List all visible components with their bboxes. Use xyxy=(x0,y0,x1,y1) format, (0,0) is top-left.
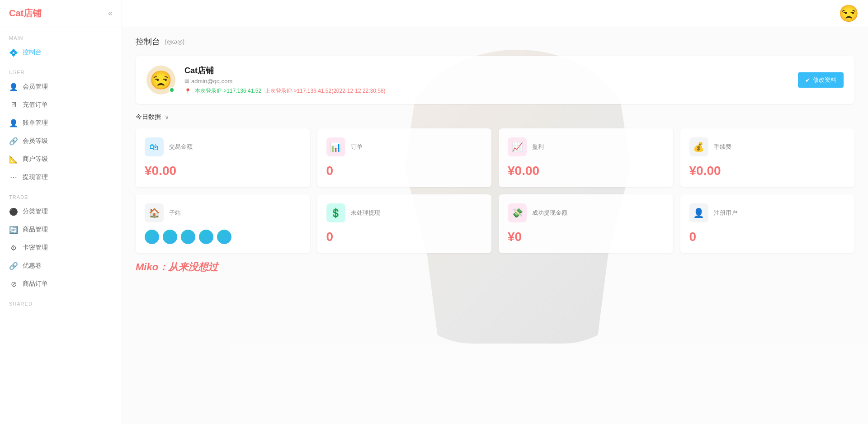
sidebar-item-goods-order[interactable]: ⊘ 商品订单 xyxy=(0,275,122,293)
sidebar-item-member-level[interactable]: 🔗 会员等级 xyxy=(0,132,122,150)
sidebar-item-label-withdraw-manage: 提现管理 xyxy=(23,173,48,181)
registered-users-icon: 👤 xyxy=(689,203,708,222)
sidebar-section-main: MAIN xyxy=(0,27,122,43)
sidebar-item-label-dashboard: 控制台 xyxy=(23,48,42,57)
pending-withdraw-icon: 💲 xyxy=(326,203,345,222)
members-icon: 👤 xyxy=(9,82,18,91)
page-subtitle: (◎ω◎) xyxy=(165,38,184,45)
sidebar-item-label-goods: 商品管理 xyxy=(23,226,48,234)
member-level-icon: 🔗 xyxy=(9,137,18,146)
sidebar-item-card-secret[interactable]: ⚙ 卡密管理 xyxy=(0,239,122,257)
stat-card-top-fee: 💰 手续费 xyxy=(689,137,846,156)
success-withdraw-label: 成功提现金额 xyxy=(532,209,567,217)
sidebar-item-dashboard[interactable]: 💠 控制台 xyxy=(0,43,122,61)
substation-label: 子站 xyxy=(169,209,181,217)
stat-card-substation: 🏠 子站 xyxy=(136,194,310,253)
transaction-label: 交易金额 xyxy=(169,143,193,151)
transaction-icon: 🛍 xyxy=(145,137,164,156)
email-value: admin@qq.com xyxy=(191,78,232,85)
profile-avatar-emoji: 😒 xyxy=(150,70,172,91)
stat-card-success-withdraw: 💸 成功提现金额 ¥0 xyxy=(499,194,673,253)
page-header: 控制台 (◎ω◎) xyxy=(136,36,854,47)
profile-ip: 📍 本次登录IP->117.136.41.52 上次登录IP->117.136.… xyxy=(184,87,789,95)
recharge-orders-icon: 🖥 xyxy=(9,100,18,109)
stat-card-top-success-withdraw: 💸 成功提现金额 xyxy=(508,203,664,222)
stat-card-top-registered-users: 👤 注册用户 xyxy=(689,203,846,222)
circle-2 xyxy=(163,230,177,244)
sidebar-item-merchant-level[interactable]: 📐 商户等级 xyxy=(0,150,122,168)
circle-1 xyxy=(145,230,159,244)
category-icon: ⚫ xyxy=(9,207,18,216)
sidebar-item-label-goods-order: 商品订单 xyxy=(23,280,48,288)
data-section-chevron: ∨ xyxy=(165,113,169,121)
stat-card-profit: 📈 盈利 ¥0.00 xyxy=(499,128,673,187)
card-secret-icon: ⚙ xyxy=(9,243,18,252)
sidebar-item-label-accounts: 账单管理 xyxy=(23,119,48,127)
orders-icon: 📊 xyxy=(326,137,345,156)
merchant-level-icon: 📐 xyxy=(9,155,18,164)
success-withdraw-value: ¥0 xyxy=(508,230,664,244)
sidebar-item-category[interactable]: ⚫ 分类管理 xyxy=(0,203,122,221)
sidebar-item-label-member-level: 会员等级 xyxy=(23,137,48,145)
registered-users-value: 0 xyxy=(689,230,846,244)
pending-withdraw-value: 0 xyxy=(326,230,483,244)
stat-card-fee: 💰 手续费 ¥0.00 xyxy=(680,128,855,187)
sidebar-item-label-merchant-level: 商户等级 xyxy=(23,155,48,163)
stat-card-top-pending-withdraw: 💲 未处理提现 xyxy=(326,203,483,222)
sidebar-item-withdraw-manage[interactable]: ⋯ 提现管理 xyxy=(0,168,122,186)
substation-circles xyxy=(145,230,301,244)
stats-grid-row2: 🏠 子站 💲 未处理提现 xyxy=(136,194,854,253)
orders-label: 订单 xyxy=(351,143,363,151)
sidebar-collapse-button[interactable]: « xyxy=(108,9,113,18)
topbar: 😒 xyxy=(122,0,868,27)
sidebar-item-goods[interactable]: 🔄 商品管理 xyxy=(0,221,122,239)
profile-avatar-wrap: 😒 xyxy=(146,66,175,94)
stat-card-top-transaction: 🛍 交易金额 xyxy=(145,137,301,156)
stat-card-pending-withdraw: 💲 未处理提现 0 xyxy=(317,194,492,253)
pending-withdraw-label: 未处理提现 xyxy=(351,209,380,217)
edit-profile-button[interactable]: ✔ 修改资料 xyxy=(798,72,844,88)
sidebar-item-label-recharge-orders: 充值订单 xyxy=(23,101,48,109)
online-status-dot xyxy=(169,87,175,93)
profit-value: ¥0.00 xyxy=(508,164,664,178)
profile-card: 😒 Cat店铺 ✉ admin@qq.com 📍 本次登录IP->117.136… xyxy=(136,56,854,104)
stat-card-top-substation: 🏠 子站 xyxy=(145,203,301,222)
email-icon: ✉ xyxy=(184,78,189,85)
accounts-icon: 👤 xyxy=(9,118,18,127)
fee-icon: 💰 xyxy=(689,137,708,156)
fee-value: ¥0.00 xyxy=(689,164,846,178)
circle-4 xyxy=(199,230,213,244)
sidebar-item-coupon[interactable]: 🔗 优惠卷 xyxy=(0,257,122,275)
circle-3 xyxy=(181,230,195,244)
sidebar-item-label-members: 会员管理 xyxy=(23,83,48,91)
goods-icon: 🔄 xyxy=(9,225,18,234)
sidebar-header: Cat店铺 « xyxy=(0,0,122,27)
location-icon: 📍 xyxy=(184,88,191,94)
registered-users-label: 注册用户 xyxy=(714,209,737,217)
sidebar-item-label-category: 分类管理 xyxy=(23,207,48,216)
page-title: 控制台 xyxy=(136,36,160,47)
stat-card-orders: 📊 订单 0 xyxy=(317,128,492,187)
withdraw-manage-icon: ⋯ xyxy=(9,173,18,182)
profit-label: 盈利 xyxy=(532,143,544,151)
sidebar-item-label-coupon: 优惠卷 xyxy=(23,262,42,270)
circle-5 xyxy=(217,230,231,244)
sidebar-section-trade: TRADE xyxy=(0,186,122,203)
sidebar-item-accounts[interactable]: 👤 账单管理 xyxy=(0,114,122,132)
sidebar: Cat店铺 « MAIN 💠 控制台 USER 👤 会员管理 🖥 充值订单 👤 … xyxy=(0,0,122,424)
profile-name: Cat店铺 xyxy=(184,65,789,76)
data-section: 今日数据 ∨ 🛍 交易金额 ¥0.00 📊 订单 xyxy=(136,113,854,274)
stat-card-top-orders: 📊 订单 xyxy=(326,137,483,156)
profit-icon: 📈 xyxy=(508,137,527,156)
dashboard-icon: 💠 xyxy=(9,48,18,57)
current-ip: 本次登录IP->117.136.41.52 xyxy=(195,87,261,95)
stat-card-top-profit: 📈 盈利 xyxy=(508,137,664,156)
transaction-value: ¥0.00 xyxy=(145,164,301,178)
edit-button-label: 修改资料 xyxy=(813,76,836,84)
sidebar-item-members[interactable]: 👤 会员管理 xyxy=(0,78,122,96)
coupon-icon: 🔗 xyxy=(9,261,18,270)
data-header[interactable]: 今日数据 ∨ xyxy=(136,113,854,121)
stat-card-registered-users: 👤 注册用户 0 xyxy=(680,194,855,253)
user-avatar[interactable]: 😒 xyxy=(839,4,859,23)
sidebar-item-recharge-orders[interactable]: 🖥 充值订单 xyxy=(0,96,122,114)
